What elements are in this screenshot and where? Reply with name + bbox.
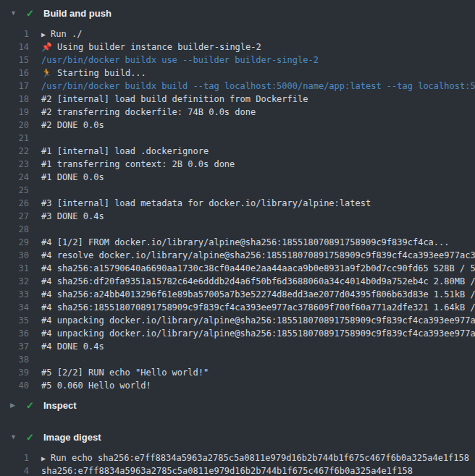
line-number[interactable]: 24 [0,172,29,182]
line-number[interactable]: 14 [0,42,29,52]
log-text: #4 sha256:df20fa9351a15782c64e6dddb2d4a6… [41,276,475,286]
log-text: #4 resolve docker.io/library/alpine@sha2… [41,250,475,260]
line-number[interactable]: 27 [0,211,29,221]
log-text: #1 transferring context: 2B 0.0s done [41,159,235,169]
log-text: #4 sha256:a15790640a6690aa1730c38cf0a440… [41,263,475,273]
log-line: 25 [0,184,475,197]
log-line: 34#4 sha256:185518070891758909c9f839cf4c… [0,301,475,314]
log-text: sha256:e7ff8834a5963a2785c5a0811e979d16b… [41,466,413,476]
log-line: 26#3 [internal] load metadata for docker… [0,197,475,210]
log-text: #4 [1/2] FROM docker.io/library/alpine@s… [41,237,450,247]
line-number[interactable]: 4 [0,466,29,476]
check-success-icon: ✓ [26,9,38,18]
line-number[interactable]: 18 [0,94,29,104]
line-number[interactable]: 17 [0,81,29,91]
log-text: /usr/bin/docker buildx build --tag local… [41,81,475,91]
log-line: 27#3 DONE 0.4s [0,210,475,223]
log-text: ▶Run echo sha256:e7ff8834a5963a2785c5a08… [41,453,469,463]
chevron-down-icon: ▼ [10,10,19,17]
log-text: #5 [2/2] RUN echo "Hello world!" [41,367,209,378]
expand-run-icon[interactable]: ▶ [41,454,46,462]
runner-icon: 🏃 [41,68,52,78]
log-text: ▶Run ./ [41,29,82,39]
log-text: #3 [internal] load metadata for docker.i… [41,198,371,208]
section-header-inspect[interactable]: ▶✓Inspect [0,392,475,418]
log-block-image-digest: 1▶Run echo sha256:e7ff8834a5963a2785c5a0… [0,450,475,476]
log-line: 19#2 transferring dockerfile: 74B 0.0s d… [0,106,475,119]
line-number[interactable]: 22 [0,146,29,156]
chevron-right-icon: ▶ [10,402,19,409]
log-line: 35#4 unpacking docker.io/library/alpine@… [0,314,475,327]
log-sections: ▼✓Build and push1▶Run ./14📌Using builder… [0,0,475,476]
log-text: #4 unpacking docker.io/library/alpine@sh… [41,328,475,339]
line-number[interactable]: 21 [0,133,29,143]
line-number[interactable]: 33 [0,289,29,299]
log-line: 33#4 sha256:a24bb4013296f61e89ba57005a7b… [0,288,475,301]
log-text: #2 DONE 0.0s [41,120,104,130]
log-text: #2 transferring dockerfile: 74B 0.0s don… [41,107,256,117]
line-number[interactable]: 26 [0,198,29,208]
log-text: #1 DONE 0.0s [41,172,104,182]
log-text: #4 sha256:185518070891758909c9f839cf4ca3… [41,302,475,313]
section-image-digest: ▼✓Image digest1▶Run echo sha256:e7ff8834… [0,424,475,476]
log-text: #1 [internal] load .dockerignore [41,146,209,156]
line-number[interactable]: 31 [0,263,29,273]
line-number[interactable]: 34 [0,302,29,313]
log-line: 23#1 transferring context: 2B 0.0s done [0,158,475,171]
section-header-image-digest[interactable]: ▼✓Image digest [0,424,475,450]
line-number[interactable]: 19 [0,107,29,117]
line-number[interactable]: 39 [0,367,29,378]
chevron-down-icon: ▼ [10,434,19,441]
log-block-build-and-push: 1▶Run ./14📌Using builder instance builde… [0,26,475,392]
log-line: 1▶Run echo sha256:e7ff8834a5963a2785c5a0… [0,451,475,464]
line-number[interactable]: 35 [0,315,29,326]
log-line: 22#1 [internal] load .dockerignore [0,145,475,158]
log-text: 📌Using builder instance builder-single-2 [41,42,261,52]
pushpin-icon: 📌 [41,42,52,52]
log-line: 18#2 [internal] load build definition fr… [0,93,475,106]
line-number[interactable]: 40 [0,381,29,391]
line-number[interactable]: 15 [0,55,29,65]
section-title: Build and push [43,8,112,19]
check-success-icon: ✓ [26,401,38,410]
log-line: 4sha256:e7ff8834a5963a2785c5a0811e979d16… [0,464,475,476]
line-number[interactable]: 23 [0,159,29,169]
actions-log-viewer: ▼✓Build and push1▶Run ./14📌Using builder… [0,0,475,476]
line-number[interactable]: 30 [0,250,29,260]
line-number[interactable]: 20 [0,120,29,130]
log-line: 24#1 DONE 0.0s [0,171,475,184]
line-number[interactable]: 32 [0,276,29,286]
line-number[interactable]: 1 [0,453,29,463]
line-number[interactable]: 37 [0,341,29,352]
log-line: 31#4 sha256:a15790640a6690aa1730c38cf0a4… [0,262,475,275]
section-title: Inspect [43,400,77,411]
log-text: #4 unpacking docker.io/library/alpine@sh… [41,315,475,326]
log-line: 30#4 resolve docker.io/library/alpine@sh… [0,249,475,262]
line-number[interactable]: 28 [0,224,29,234]
section-title: Image digest [43,432,101,443]
log-line: 37#4 DONE 0.4s [0,340,475,353]
log-line: 1▶Run ./ [0,27,475,41]
log-text: #4 DONE 0.4s [41,341,104,352]
expand-run-icon[interactable]: ▶ [41,30,46,38]
line-number[interactable]: 1 [0,29,29,39]
log-text: /usr/bin/docker buildx use --builder bui… [41,55,319,65]
log-line: 28 [0,223,475,236]
log-text: #2 [internal] load build definition from… [41,94,308,104]
log-line: 20#2 DONE 0.0s [0,119,475,132]
section-build-and-push: ▼✓Build and push1▶Run ./14📌Using builder… [0,0,475,392]
log-text: #5 0.060 Hello world! [41,381,151,391]
log-line: 17/usr/bin/docker buildx build --tag loc… [0,80,475,93]
log-line: 21 [0,132,475,145]
section-header-build-and-push[interactable]: ▼✓Build and push [0,0,475,26]
log-text: #4 sha256:a24bb4013296f61e89ba57005a7b3e… [41,289,475,299]
log-line: 40#5 0.060 Hello world! [0,379,475,392]
line-number[interactable]: 25 [0,185,29,195]
line-number[interactable]: 29 [0,237,29,247]
log-line: 36#4 unpacking docker.io/library/alpine@… [0,327,475,340]
line-number[interactable]: 16 [0,68,29,78]
line-number[interactable]: 36 [0,328,29,339]
line-number[interactable]: 38 [0,354,29,365]
log-line: 16🏃Starting build... [0,67,475,80]
section-inspect: ▶✓Inspect [0,392,475,418]
